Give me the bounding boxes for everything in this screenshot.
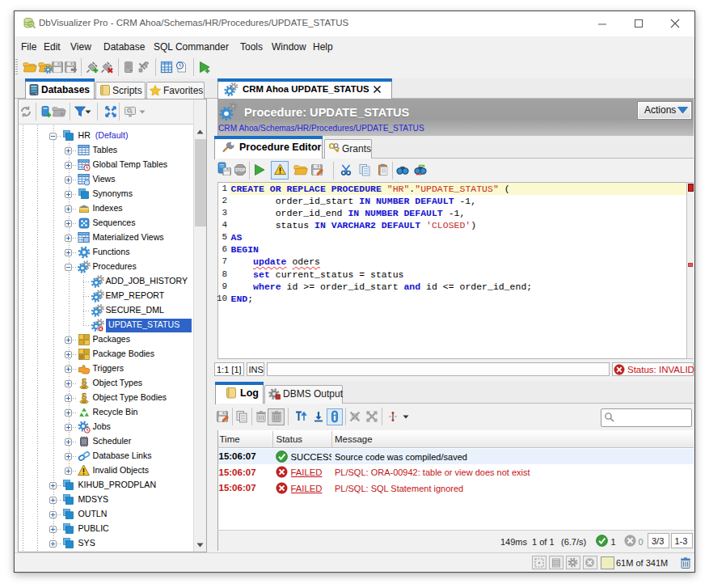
svg-text:STOP: STOP [235,168,245,172]
svg-text:§: § [81,391,87,404]
svg-text:§: § [81,377,87,389]
